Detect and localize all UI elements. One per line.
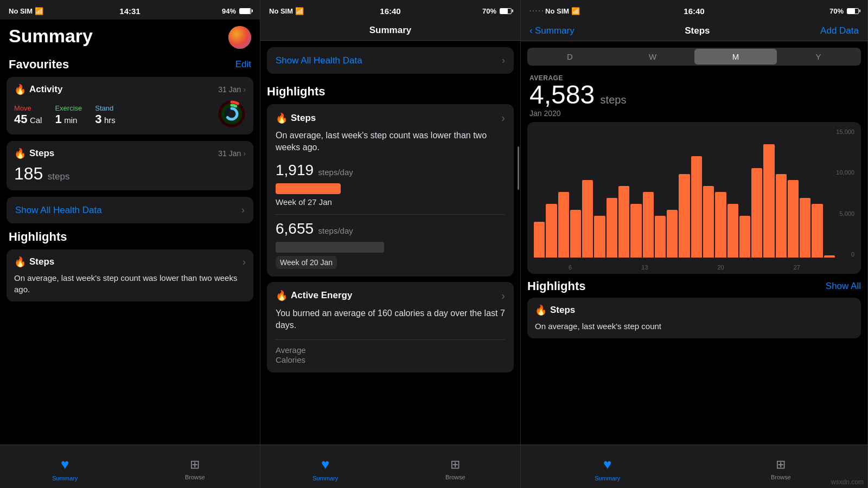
- tab-bar-2: ♥ Summary ⊞ Browse: [260, 445, 520, 488]
- steps-card-1[interactable]: 🔥 Steps 31 Jan › 185 steps: [7, 141, 253, 190]
- ae-cal-label: Calories: [276, 355, 305, 364]
- bar-14: [703, 186, 714, 258]
- week2-label: Week of 20 Jan: [276, 256, 337, 269]
- show-all-chevron-2: ›: [502, 55, 505, 66]
- bar-18: [751, 168, 762, 258]
- panel3-nav: ‹ Summary Steps Add Data: [521, 20, 867, 41]
- status-left-2: No SIM 📶: [269, 7, 304, 15]
- panel-1: No SIM 📶 14:31 94% Summary Fav: [0, 0, 260, 488]
- highlights-label-3: Highlights: [527, 279, 586, 293]
- highlights-section-2: Highlights 🔥 Steps › On average, last we…: [260, 80, 520, 380]
- steps-unit-1: steps: [48, 171, 70, 182]
- panel1-header: Summary: [0, 20, 260, 53]
- bar-24: [824, 255, 835, 258]
- tab-summary-label-3: Summary: [595, 475, 620, 481]
- steps-hl-title-row-2: 🔥 Steps: [276, 112, 316, 124]
- tab-summary-3[interactable]: ♥ Summary: [521, 445, 694, 488]
- dots-3: · · · · ·: [529, 8, 543, 14]
- bar-chart-3: 15,000 10,000 5,000 0 6 13 20 27: [527, 122, 861, 274]
- steps-hl-chevron-2: ›: [501, 112, 505, 124]
- move-value: 45: [14, 112, 27, 126]
- tab-summary-2[interactable]: ♥ Summary: [260, 445, 391, 488]
- bar-10: [655, 216, 666, 258]
- hl-steps-text-1: On average, last week's step count was l…: [14, 272, 246, 295]
- small-highlight-card-3[interactable]: 🔥 Steps On average, last week's step cou…: [527, 298, 861, 338]
- period-tab-w[interactable]: W: [611, 49, 694, 65]
- highlights-bottom-header-3: Highlights Show All: [527, 279, 861, 293]
- exercise-value: 1: [55, 112, 61, 126]
- highlights-card-1[interactable]: 🔥 Steps › On average, last week's step c…: [7, 249, 253, 301]
- status-right-1: 94%: [222, 7, 251, 15]
- show-all-health-btn-2[interactable]: Show All Health Data ›: [267, 47, 514, 74]
- tab-browse-1[interactable]: ⊞ Browse: [130, 445, 260, 488]
- avatar-1[interactable]: [228, 26, 251, 49]
- edit-button[interactable]: Edit: [235, 59, 251, 70]
- chart-grid-3: 15,000 10,000 5,000 0: [836, 129, 854, 258]
- period-tab-d[interactable]: D: [528, 49, 611, 65]
- hl-chevron-1: ›: [242, 256, 246, 268]
- exercise-stat: Exercise 1 min: [55, 104, 82, 126]
- steps-chevron-1: ›: [243, 149, 246, 158]
- step-separator: [276, 214, 505, 215]
- back-chevron-icon-3: ‹: [529, 25, 533, 36]
- tab-bar-1: ♥ Summary ⊞ Browse: [0, 445, 260, 488]
- x-label-13: 13: [641, 264, 648, 271]
- flame-icon-steps-hl-2: 🔥: [276, 112, 288, 124]
- tab-browse-2[interactable]: ⊞ Browse: [391, 445, 521, 488]
- no-sim-label-3: No SIM: [545, 7, 569, 15]
- show-all-link-3[interactable]: Show All: [826, 281, 861, 292]
- exercise-label: Exercise: [55, 104, 82, 112]
- show-all-health-text-2: Show All Health Data: [276, 55, 362, 66]
- bar-23: [812, 204, 822, 258]
- status-right-3: 70%: [829, 7, 859, 15]
- browse-icon-2: ⊞: [450, 458, 460, 472]
- move-unit: Cal: [30, 115, 42, 125]
- flame-icon-small-3: 🔥: [535, 304, 547, 316]
- steps-highlight-card-2[interactable]: 🔥 Steps › On average, last week's step c…: [267, 104, 514, 277]
- panel1-main: Summary Favourites Edit 🔥 Activity: [0, 20, 260, 488]
- metric-row-week2: 6,655 steps/day: [276, 220, 505, 237]
- back-button-3[interactable]: ‹ Summary: [529, 25, 575, 36]
- hl-title-row-1: 🔥 Steps: [14, 256, 54, 268]
- flame-icon-steps-1: 🔥: [14, 147, 26, 159]
- status-left-1: No SIM 📶: [9, 7, 43, 15]
- bar-0: [534, 222, 545, 258]
- stats-display-3: AVERAGE 4,583 steps Jan 2020: [521, 72, 867, 122]
- add-data-button-3[interactable]: Add Data: [820, 25, 859, 36]
- steps-value-1: 185: [14, 164, 43, 183]
- activity-card[interactable]: 🔥 Activity 31 Jan › Move 45: [7, 77, 253, 134]
- bar-19: [763, 144, 774, 258]
- ae-desc-2: You burned an average of 160 calories a …: [276, 307, 505, 332]
- favourites-label: Favourites: [9, 57, 69, 72]
- bar-13: [691, 156, 702, 258]
- bar-5: [594, 216, 605, 258]
- x-label-20: 20: [717, 264, 724, 271]
- tab-browse-label-1: Browse: [185, 474, 205, 480]
- small-hl-title-3: Steps: [550, 305, 575, 316]
- status-left-3: · · · · · No SIM 📶: [529, 7, 580, 15]
- period-tab-y[interactable]: Y: [777, 49, 860, 65]
- grid-label-10k: 10,000: [836, 169, 854, 176]
- bar-7: [618, 186, 629, 258]
- wifi-icon-3: 📶: [571, 7, 580, 15]
- tab-summary-1[interactable]: ♥ Summary: [0, 445, 130, 488]
- status-bar-3: · · · · · No SIM 📶 16:40 70%: [521, 0, 867, 20]
- activity-ring: [218, 100, 246, 128]
- small-hl-text-3: On average, last week's step count: [535, 320, 853, 332]
- period-tabs-3: D W M Y: [527, 48, 861, 66]
- panel3-main: ‹ Summary Steps Add Data D W M: [521, 20, 867, 488]
- hl-steps-title-1: Steps: [29, 256, 54, 267]
- steps-value-week1: 1,919: [276, 162, 314, 178]
- heart-icon-2: ♥: [321, 456, 329, 473]
- bar-16: [727, 204, 738, 258]
- active-energy-card-2[interactable]: 🔥 Active Energy › You burned an average …: [267, 282, 514, 373]
- show-all-health-btn-1[interactable]: Show All Health Data ›: [7, 197, 253, 223]
- show-all-text-1: Show All Health Data: [15, 205, 102, 216]
- steps-value-week2: 6,655: [276, 220, 314, 237]
- activity-title-row: 🔥 Activity: [14, 84, 62, 95]
- bar-12: [679, 174, 690, 258]
- page-title-1: Summary: [9, 26, 93, 46]
- tab-browse-label-2: Browse: [445, 474, 465, 480]
- period-tab-m[interactable]: M: [694, 49, 777, 65]
- tab-summary-label-2: Summary: [312, 475, 338, 481]
